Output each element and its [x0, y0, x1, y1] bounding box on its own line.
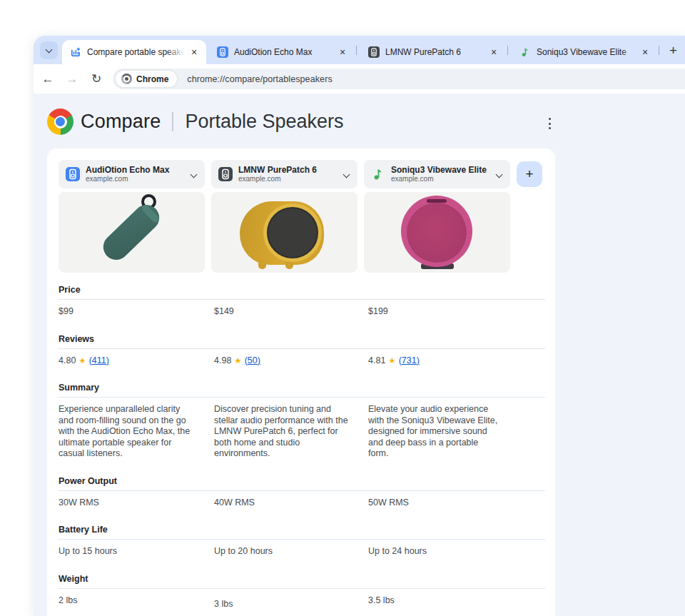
compare-icon [70, 46, 81, 58]
site-chip[interactable]: Chrome [116, 71, 177, 87]
compare-card: AudiOtion Echo Max example.com [47, 148, 555, 616]
page-content: Compare Portable Speakers [34, 94, 685, 616]
product-name: AudiOtion Echo Max [86, 166, 188, 175]
header-divider [172, 112, 173, 131]
product-chip-audiotion[interactable]: AudiOtion Echo Max example.com [59, 160, 205, 188]
battery-value: Up to 20 hours [214, 546, 368, 557]
tab-audiotion[interactable]: AudiOtion Echo Max × [209, 40, 355, 64]
product-image-row [59, 192, 545, 273]
tab-close-icon[interactable]: × [639, 46, 651, 59]
tab-title: LMNW PurePatch 6 [385, 47, 484, 58]
speaker-foot [258, 260, 266, 269]
reload-icon[interactable]: ↻ [88, 64, 105, 94]
weight-value: 3 lbs [214, 595, 368, 610]
row-battery: Battery Life Up to 15 hours Up to 20 hou… [59, 525, 545, 557]
row-divider [59, 588, 545, 589]
row-power: Power Output 30W RMS 40W RMS 50W RMS [59, 476, 545, 509]
tab-compare[interactable]: Compare portable speakers × [62, 40, 206, 64]
product-chip-text: Soniqu3 Vibewave Elite example.com [391, 166, 494, 183]
url-text: chrome://compare/portablespeakers [187, 74, 332, 84]
product-chip-text: LMNW PurePatch 6 example.com [238, 166, 341, 183]
speaker-blue-icon [217, 46, 228, 58]
tab-close-icon[interactable]: × [336, 46, 349, 59]
price-value: $99 [59, 306, 214, 318]
summary-value: Experience unparalleled clarity and room… [59, 404, 214, 460]
product-image-lmnw [211, 192, 357, 273]
tab-strip: Compare portable speakers × AudiOtion Ec… [34, 36, 685, 64]
product-image-audiotion [59, 192, 205, 273]
review-value: 4.80 ★ (411) [59, 355, 214, 367]
browser-toolbar: ← → ↻ Chrome chrome://compare/portablesp… [34, 64, 685, 94]
power-value: 50W RMS [368, 498, 518, 509]
row-divider [59, 397, 545, 398]
review-count-link[interactable]: (411) [89, 355, 109, 367]
row-label: Reviews [59, 334, 545, 344]
tab-separator [659, 46, 659, 55]
speaker-grille [407, 203, 467, 263]
music-note-icon [371, 167, 385, 181]
site-chip-label: Chrome [136, 74, 168, 84]
star-icon: ★ [388, 355, 395, 367]
chevron-down-icon [46, 46, 53, 53]
row-reviews: Reviews 4.80 ★ (411) 4.98 ★ (50) [59, 334, 545, 367]
screenshot-root: Compare portable speakers × AudiOtion Ec… [0, 0, 685, 616]
page-title: Portable Speakers [185, 111, 343, 133]
row-divider [59, 539, 545, 540]
review-count-link[interactable]: (731) [399, 355, 420, 367]
weight-value: 3.5 lbs [368, 595, 518, 610]
row-weight: Weight 2 lbs 3 lbs 3.5 lbs [59, 574, 545, 610]
tab-close-icon[interactable]: × [487, 46, 500, 59]
battery-value: Up to 15 hours [59, 546, 214, 557]
product-source: example.com [391, 175, 494, 183]
row-label: Battery Life [59, 525, 545, 535]
tab-lmnw[interactable]: LMNW PurePatch 6 × [360, 40, 506, 64]
rating: 4.80 [59, 355, 76, 367]
teal-cylinder-speaker [98, 200, 164, 266]
rating: 4.98 [214, 355, 231, 367]
add-product-button[interactable]: + [517, 161, 542, 187]
tab-soniqu3[interactable]: Soniqu3 Vibewave Elite × [512, 40, 657, 64]
product-chip-soniqu3[interactable]: Soniqu3 Vibewave Elite example.com [364, 160, 510, 188]
product-name: Soniqu3 Vibewave Elite [391, 166, 494, 175]
chevron-down-icon [191, 171, 198, 178]
chevron-down-icon [343, 171, 350, 178]
price-value: $149 [214, 306, 368, 318]
speaker-grille [263, 203, 322, 262]
speaker-slot [427, 199, 447, 203]
tab-separator [356, 46, 357, 55]
product-name: LMNW PurePatch 6 [238, 166, 341, 175]
product-chip-lmnw[interactable]: LMNW PurePatch 6 example.com [211, 160, 357, 188]
forward-icon[interactable]: → [64, 64, 81, 94]
price-value: $199 [368, 306, 518, 318]
row-price: Price $99 $149 $199 [59, 285, 545, 318]
row-label: Summary [59, 383, 545, 393]
new-tab-button[interactable]: + [664, 41, 682, 59]
review-count-link[interactable]: (50) [245, 355, 260, 367]
review-value: 4.81 ★ (731) [368, 355, 518, 367]
tab-search-button[interactable] [40, 41, 58, 59]
weight-value: 2 lbs [59, 595, 214, 610]
summary-value: Discover precision tuning and stellar au… [214, 404, 368, 460]
star-icon: ★ [78, 355, 86, 367]
review-value: 4.98 ★ (50) [214, 355, 368, 367]
row-label: Power Output [59, 476, 545, 486]
power-value: 30W RMS [59, 498, 214, 509]
tab-close-icon[interactable]: × [188, 46, 201, 59]
product-image-soniqu3 [364, 192, 510, 273]
row-label: Price [59, 285, 545, 295]
app-name: Compare [81, 111, 161, 133]
address-bar[interactable]: Chrome chrome://compare/portablespeakers [113, 69, 685, 89]
more-options-icon[interactable] [543, 116, 556, 131]
chevron-down-icon [496, 171, 503, 178]
chrome-logo-icon [47, 108, 73, 135]
rating: 4.81 [368, 355, 385, 367]
row-divider [59, 299, 545, 300]
tab-title: AudiOtion Echo Max [234, 47, 333, 58]
product-chip-text: AudiOtion Echo Max example.com [86, 166, 188, 183]
speaker-dark-icon [218, 167, 233, 181]
back-icon[interactable]: ← [39, 64, 56, 94]
chrome-mini-logo-icon [121, 74, 132, 84]
music-note-icon [519, 46, 531, 58]
battery-value: Up to 24 hours [368, 546, 518, 557]
product-source: example.com [86, 175, 188, 183]
